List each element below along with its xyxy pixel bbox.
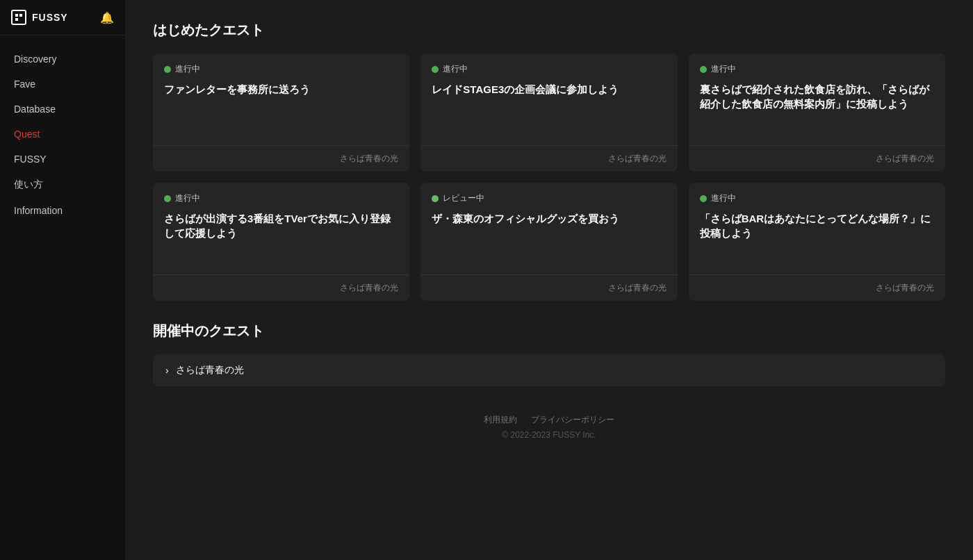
footer-copyright: © 2022-2023 FUSSY Inc. [153,430,945,440]
footer-link-terms[interactable]: 利用規約 [484,415,517,425]
status-dot [164,66,171,73]
quest-card-footer: さらば青春の光 [689,145,945,172]
status-dot [700,195,707,202]
logo-icon [11,10,26,25]
quest-title: さらばが出演する3番組をTVerでお気に入り登録して応援しよう [164,211,398,240]
quest-status: 進行中 [164,192,398,204]
chevron-right-icon: › [165,365,169,376]
quest-card-footer: さらば青春の光 [689,274,945,301]
quest-status: 進行中 [700,192,934,204]
quest-card-body: 進行中 裏さらばで紹介された飲食店を訪れ、「さらばが紹介した飲食店の無料案内所」… [689,53,945,145]
main-content: はじめたクエスト 進行中 ファンレターを事務所に送ろう さらば青春の光 進行中 … [125,0,973,560]
footer-link-privacy[interactable]: プライバシーポリシー [531,415,614,425]
quest-status: レビュー中 [432,192,666,204]
sidebar-item-information[interactable]: Information [0,198,125,223]
quest-card-footer: さらば青春の光 [153,274,409,301]
quest-artist: さらば青春の光 [340,283,398,293]
quest-card-footer: さらば青春の光 [420,274,677,301]
status-label: 進行中 [175,192,200,204]
svg-rect-0 [15,14,18,17]
quest-card[interactable]: 進行中 「さらばBARはあなたにとってどんな場所？」に投稿しよう さらば青春の光 [689,183,945,301]
quest-card-body: 進行中 「さらばBARはあなたにとってどんな場所？」に投稿しよう [689,183,945,274]
quest-status: 進行中 [164,63,398,75]
quest-status: 進行中 [700,63,934,75]
status-label: 進行中 [443,63,468,75]
svg-rect-2 [15,18,18,21]
quest-artist: さらば青春の光 [608,283,667,293]
quest-card[interactable]: 進行中 裏さらばで紹介された飲食店を訪れ、「さらばが紹介した飲食店の無料案内所」… [689,53,945,172]
quest-artist: さらば青春の光 [340,154,398,163]
status-label: レビュー中 [443,192,484,204]
logo-text: FUSSY [32,12,68,23]
sidebar-item-discovery[interactable]: Discovery [0,47,125,72]
quest-title: 「さらばBARはあなたにとってどんな場所？」に投稿しよう [700,211,934,240]
svg-rect-1 [19,14,22,17]
status-dot [164,195,171,202]
quest-grid-started: 進行中 ファンレターを事務所に送ろう さらば青春の光 進行中 レイドSTAGE3… [153,53,945,301]
quest-card-body: レビュー中 ザ・森東のオフィシャルグッズを買おう [420,183,677,274]
quest-card[interactable]: 進行中 レイドSTAGE3の企画会議に参加しよう さらば青春の光 [420,53,677,172]
quest-card-body: 進行中 ファンレターを事務所に送ろう [153,53,409,145]
section-title-upcoming: 開催中のクエスト [153,322,945,340]
quest-artist: さらば青春の光 [876,283,934,293]
bell-icon[interactable]: 🔔 [100,11,114,24]
sidebar-item-quest[interactable]: Quest [0,122,125,147]
quest-card-body: 進行中 さらばが出演する3番組をTVerでお気に入り登録して応援しよう [153,183,409,274]
status-dot [700,66,707,73]
status-dot [432,195,439,202]
status-label: 進行中 [711,63,736,75]
quest-title: 裏さらばで紹介された飲食店を訪れ、「さらばが紹介した飲食店の無料案内所」に投稿し… [700,82,934,111]
quest-title: レイドSTAGE3の企画会議に参加しよう [432,82,666,97]
upcoming-item-label: さらば青春の光 [176,364,244,377]
quest-title: ザ・森東のオフィシャルグッズを買おう [432,211,666,226]
sidebar-item-howto[interactable]: 使い方 [0,172,125,198]
sidebar: FUSSY 🔔 Discovery Fave Database Quest FU… [0,0,125,560]
quest-card-body: 進行中 レイドSTAGE3の企画会議に参加しよう [420,53,677,145]
quest-card[interactable]: 進行中 ファンレターを事務所に送ろう さらば青春の光 [153,53,409,172]
upcoming-item[interactable]: › さらば青春の光 [153,354,945,386]
quest-card[interactable]: レビュー中 ザ・森東のオフィシャルグッズを買おう さらば青春の光 [420,183,677,301]
quest-card[interactable]: 進行中 さらばが出演する3番組をTVerでお気に入り登録して応援しよう さらば青… [153,183,409,301]
footer: 利用規約 プライバシーポリシー © 2022-2023 FUSSY Inc. [153,386,945,454]
quest-card-footer: さらば青春の光 [153,145,409,172]
quest-title: ファンレターを事務所に送ろう [164,82,398,97]
section-title-started: はじめたクエスト [153,21,945,40]
status-label: 進行中 [175,63,200,75]
quest-status: 進行中 [432,63,666,75]
sidebar-item-database[interactable]: Database [0,97,125,122]
quest-artist: さらば青春の光 [608,154,667,163]
sidebar-header: FUSSY 🔔 [0,0,125,35]
logo: FUSSY [11,10,68,25]
nav-list: Discovery Fave Database Quest FUSSY 使い方 … [0,35,125,234]
footer-links: 利用規約 プライバシーポリシー [153,414,945,426]
sidebar-item-fave[interactable]: Fave [0,72,125,97]
sidebar-item-fussy[interactable]: FUSSY [0,147,125,172]
status-dot [432,66,439,73]
quest-artist: さらば青春の光 [876,154,934,163]
status-label: 進行中 [711,192,736,204]
quest-card-footer: さらば青春の光 [420,145,677,172]
